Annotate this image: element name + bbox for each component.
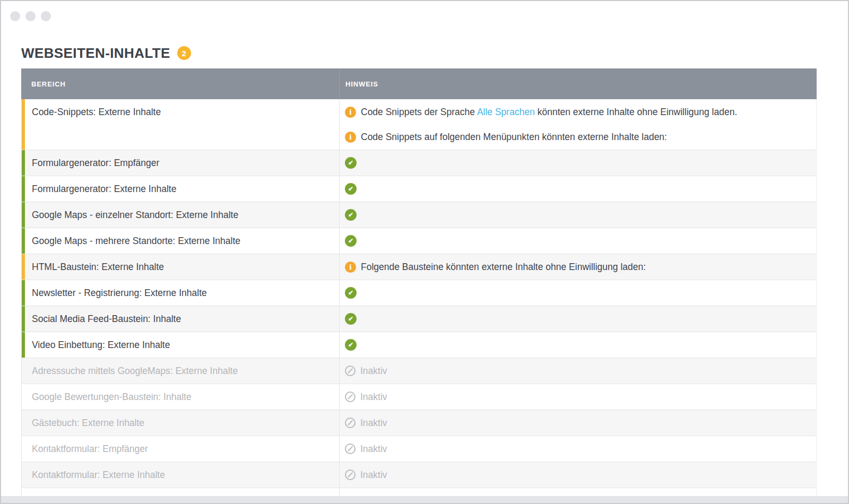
hinweis-cell: ✔ bbox=[340, 202, 816, 228]
table-row: Formulargenerator: Externe Inhalte✔ bbox=[22, 176, 816, 202]
bereich-label: Kontaktformular: Externe Inhalte bbox=[32, 470, 165, 481]
hint-text-segment: Folgende Bausteine könnten externe Inhal… bbox=[361, 262, 646, 272]
table-row: Adresssuche mittels GoogleMaps: Externe … bbox=[22, 358, 816, 384]
bereich-cell: HTML-Baustein: Externe Inhalte bbox=[22, 254, 340, 280]
table-row: Newsletter - Registrierung: Externe Inha… bbox=[22, 280, 816, 306]
hint-line: ✔ bbox=[345, 209, 816, 221]
window-controls bbox=[10, 11, 51, 21]
app-window: WEBSEITEN-INHALTE 2 BEREICH HINWEIS Code… bbox=[0, 0, 849, 504]
content-check-table: BEREICH HINWEIS Code-Snippets: Externe I… bbox=[21, 68, 817, 504]
hint-line: iCode Snippets der Sprache Alle Sprachen… bbox=[345, 100, 816, 125]
check-icon: ✔ bbox=[345, 313, 357, 325]
table-body: Code-Snippets: Externe InhalteiCode Snip… bbox=[21, 99, 817, 504]
bereich-cell: Google Bewertungen-Baustein: Inhalte bbox=[22, 384, 340, 410]
table-row: Google Bewertungen-Baustein: InhalteInak… bbox=[22, 384, 816, 410]
hinweis-cell: ✔ bbox=[340, 280, 816, 306]
status-strip bbox=[22, 306, 25, 332]
hinweis-cell: Inaktiv bbox=[340, 358, 816, 384]
check-icon: ✔ bbox=[345, 183, 357, 195]
hint-text: Code Snippets der Sprache Alle Sprachen … bbox=[361, 107, 737, 118]
hinweis-cell: iFolgende Bausteine könnten externe Inha… bbox=[340, 254, 816, 280]
status-strip bbox=[22, 280, 25, 306]
hinweis-cell: ✔ bbox=[340, 150, 816, 176]
page-content: WEBSEITEN-INHALTE 2 BEREICH HINWEIS Code… bbox=[1, 1, 848, 504]
page-title-row: WEBSEITEN-INHALTE 2 bbox=[21, 1, 848, 60]
inactive-status-label: Inaktiv bbox=[360, 444, 387, 455]
hinweis-cell: ✔ bbox=[340, 228, 816, 254]
hinweis-cell: ✔ bbox=[340, 332, 816, 358]
status-strip bbox=[22, 176, 25, 202]
hint-text-segment: könnten externe Inhalte ohne Einwilligun… bbox=[535, 107, 737, 117]
hint-text: Folgende Bausteine könnten externe Inhal… bbox=[361, 262, 646, 273]
page-title: WEBSEITEN-INHALTE bbox=[21, 46, 170, 60]
inactive-icon bbox=[345, 392, 356, 402]
bereich-label: Newsletter - Registrierung: Externe Inha… bbox=[32, 288, 207, 299]
bereich-label: Social Media Feed-Baustein: Inhalte bbox=[32, 314, 181, 325]
info-icon: i bbox=[345, 107, 356, 118]
status-strip bbox=[22, 150, 25, 176]
info-icon: i bbox=[345, 262, 356, 273]
hinweis-cell: ✔ bbox=[340, 176, 816, 202]
hint-line: Inaktiv bbox=[345, 444, 816, 455]
bereich-cell: Kontaktformular: Empfänger bbox=[22, 436, 340, 462]
alle-sprachen-link[interactable]: Alle Sprachen bbox=[477, 107, 535, 117]
hint-line: ✔ bbox=[345, 235, 816, 247]
hinweis-cell: Inaktiv bbox=[340, 410, 816, 436]
status-strip bbox=[22, 99, 25, 150]
table-row: Kontaktformular: EmpfängerInaktiv bbox=[22, 436, 816, 462]
table-row: Google Maps - einzelner Standort: Extern… bbox=[22, 202, 816, 228]
status-strip bbox=[22, 228, 25, 254]
warning-count-badge: 2 bbox=[177, 46, 191, 60]
hint-line: Inaktiv bbox=[345, 418, 816, 429]
bereich-cell: Newsletter - Registrierung: Externe Inha… bbox=[22, 280, 340, 306]
bereich-label: Google Maps - einzelner Standort: Extern… bbox=[32, 210, 238, 221]
hint-line: iFolgende Bausteine könnten externe Inha… bbox=[345, 262, 816, 273]
hint-line: Inaktiv bbox=[345, 392, 816, 403]
column-header-hinweis: HINWEIS bbox=[340, 68, 817, 99]
bereich-cell: Video Einbettung: Externe Inhalte bbox=[22, 332, 340, 358]
inactive-icon bbox=[345, 366, 356, 376]
check-icon: ✔ bbox=[345, 339, 357, 351]
bereich-label: HTML-Baustein: Externe Inhalte bbox=[32, 262, 164, 273]
table-row: Google Maps - mehrere Standorte: Externe… bbox=[22, 228, 816, 254]
inactive-status-label: Inaktiv bbox=[360, 392, 387, 403]
bereich-cell: Google Maps - mehrere Standorte: Externe… bbox=[22, 228, 340, 254]
hint-line: ✔ bbox=[345, 287, 816, 299]
bereich-label: Adresssuche mittels GoogleMaps: Externe … bbox=[32, 366, 238, 377]
inactive-icon bbox=[345, 444, 356, 454]
bereich-cell: Google Maps - einzelner Standort: Extern… bbox=[22, 202, 340, 228]
bereich-cell: Code-Snippets: Externe Inhalte bbox=[22, 99, 340, 150]
table-row: Video Einbettung: Externe Inhalte✔ bbox=[22, 332, 816, 358]
window-bottom-edge bbox=[1, 496, 848, 503]
bereich-label: Google Maps - mehrere Standorte: Externe… bbox=[32, 236, 240, 247]
bereich-label: Google Bewertungen-Baustein: Inhalte bbox=[32, 392, 192, 403]
hinweis-cell: ✔ bbox=[340, 306, 816, 332]
check-icon: ✔ bbox=[345, 287, 357, 299]
table-row: Code-Snippets: Externe InhalteiCode Snip… bbox=[22, 99, 816, 150]
table-row: Formulargenerator: Empfänger✔ bbox=[22, 150, 816, 176]
table-row: Gästebuch: Externe InhalteInaktiv bbox=[22, 410, 816, 436]
inactive-status-label: Inaktiv bbox=[360, 470, 387, 481]
bereich-cell: Kontaktformular: Externe Inhalte bbox=[22, 462, 340, 488]
inactive-icon bbox=[345, 418, 356, 428]
hint-line: Inaktiv bbox=[345, 366, 816, 377]
hinweis-cell: Inaktiv bbox=[340, 462, 816, 488]
window-control-dot-icon bbox=[25, 11, 36, 21]
inactive-icon bbox=[345, 470, 356, 480]
hint-line: ✔ bbox=[345, 339, 816, 351]
bereich-label: Formulargenerator: Externe Inhalte bbox=[32, 184, 176, 195]
window-control-dot-icon bbox=[41, 11, 51, 21]
check-icon: ✔ bbox=[345, 235, 357, 247]
bereich-label: Video Einbettung: Externe Inhalte bbox=[32, 340, 170, 351]
check-icon: ✔ bbox=[345, 209, 357, 221]
bereich-cell: Formulargenerator: Externe Inhalte bbox=[22, 176, 340, 202]
table-row: HTML-Baustein: Externe InhalteiFolgende … bbox=[22, 254, 816, 280]
hint-text: Code Snippets auf folgenden Menüpunkten … bbox=[361, 132, 667, 143]
table-header: BEREICH HINWEIS bbox=[21, 68, 817, 99]
bereich-cell: Social Media Feed-Baustein: Inhalte bbox=[22, 306, 340, 332]
status-strip bbox=[22, 202, 25, 228]
hinweis-cell: Inaktiv bbox=[340, 384, 816, 410]
status-strip bbox=[22, 332, 25, 358]
window-control-dot-icon bbox=[10, 11, 20, 21]
column-header-bereich: BEREICH bbox=[21, 68, 340, 99]
